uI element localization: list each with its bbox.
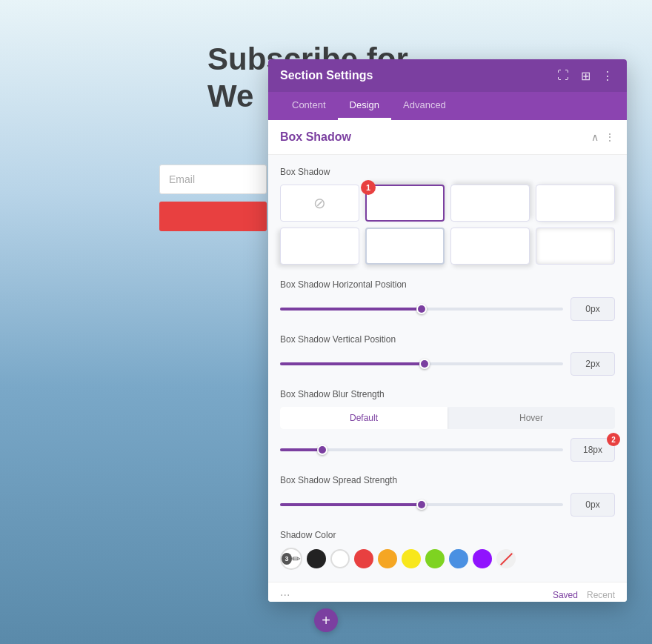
email-input[interactable]: Email xyxy=(159,165,267,194)
blur-strength-slider-container: 18px 2 xyxy=(280,438,615,462)
swatch-red[interactable] xyxy=(354,549,373,568)
horizontal-position-value: 0px xyxy=(570,297,615,321)
vertical-position-slider-container: 2px xyxy=(280,352,615,376)
spread-strength-value: 0px xyxy=(570,493,615,517)
spread-strength-fill xyxy=(280,503,422,506)
spread-strength-thumb[interactable] xyxy=(416,499,427,510)
columns-icon[interactable]: ⊞ xyxy=(578,68,593,83)
tab-hover[interactable]: Hover xyxy=(448,407,615,429)
shadow-preset-none[interactable]: ⊘ xyxy=(280,185,359,222)
tab-design[interactable]: Design xyxy=(338,92,391,120)
spread-strength-label: Box Shadow Spread Strength xyxy=(280,475,615,485)
subscribe-button[interactable] xyxy=(159,202,267,231)
horizontal-position-track[interactable] xyxy=(280,308,563,311)
more-colors-icon[interactable]: ··· xyxy=(280,588,290,602)
box-shadow-title: Box Shadow xyxy=(280,130,351,144)
spread-strength-track[interactable] xyxy=(280,503,563,506)
shadow-preset-right[interactable] xyxy=(536,185,615,222)
saved-tab[interactable]: Saved xyxy=(553,590,578,600)
blur-strength-row: Box Shadow Blur Strength Default Hover xyxy=(280,389,615,462)
panel-header-icons: ⛶ ⊞ ⋮ xyxy=(556,68,615,83)
swatch-green[interactable] xyxy=(425,549,445,568)
shadow-preset-top[interactable]: 1 xyxy=(365,185,445,222)
color-badge-3: 3 xyxy=(282,553,292,565)
eyedropper-icon: ✏ xyxy=(292,553,301,565)
more-options-icon[interactable]: ⋮ xyxy=(600,68,615,83)
section-more-icon[interactable]: ⋮ xyxy=(605,131,615,143)
vertical-position-fill xyxy=(280,362,425,365)
box-shadow-label: Box Shadow xyxy=(280,167,615,177)
shadow-preset-bottom-left[interactable] xyxy=(280,228,359,265)
preset-badge-1: 1 xyxy=(361,180,376,195)
default-hover-tabs: Default Hover xyxy=(280,407,615,429)
tab-advanced[interactable]: Advanced xyxy=(391,92,458,120)
tab-default[interactable]: Default xyxy=(280,407,448,429)
shadow-preset-inset[interactable] xyxy=(536,228,615,265)
swatch-purple[interactable] xyxy=(473,549,492,568)
section-settings-panel: Section Settings ⛶ ⊞ ⋮ Content Design Ad… xyxy=(268,59,627,602)
color-swatches-row: 3 ✏ xyxy=(280,548,615,570)
panel-tabs: Content Design Advanced xyxy=(268,92,627,120)
swatch-blue[interactable] xyxy=(449,549,468,568)
vertical-position-row: Box Shadow Vertical Position 2px xyxy=(280,334,615,376)
swatch-white[interactable] xyxy=(330,549,350,568)
shadow-preset-bottom-right[interactable] xyxy=(450,228,530,265)
swatch-none[interactable] xyxy=(496,549,516,568)
collapse-icon[interactable]: ∧ xyxy=(591,131,599,143)
color-picker-button[interactable]: 3 ✏ xyxy=(280,548,302,570)
recent-tab[interactable]: Recent xyxy=(587,590,615,600)
shadow-color-label: Shadow Color xyxy=(280,530,615,540)
box-shadow-section-header: Box Shadow ∧ ⋮ xyxy=(268,120,627,155)
swatch-orange[interactable] xyxy=(378,549,397,568)
blur-strength-fill xyxy=(280,448,322,451)
blur-value-badge: 2 xyxy=(607,433,620,446)
vertical-position-value: 2px xyxy=(570,352,615,376)
tab-content[interactable]: Content xyxy=(280,92,338,120)
color-bottom-bar: ··· Saved Recent xyxy=(268,582,627,602)
shadow-preset-bottom[interactable] xyxy=(365,228,445,265)
blur-strength-value: 18px 2 xyxy=(570,438,615,462)
shadow-preset-top-right[interactable] xyxy=(450,185,530,222)
blur-strength-track[interactable] xyxy=(280,448,563,451)
horizontal-position-thumb[interactable] xyxy=(416,304,427,314)
spread-strength-slider-container: 0px xyxy=(280,493,615,517)
shadow-presets-grid: ⊘ 1 xyxy=(280,185,615,265)
panel-body: Box Shadow ∧ ⋮ Box Shadow ⊘ 1 xyxy=(268,120,627,602)
blur-strength-thumb[interactable] xyxy=(317,445,327,455)
horizontal-position-label: Box Shadow Horizontal Position xyxy=(280,279,615,290)
swatch-black[interactable] xyxy=(307,549,326,568)
saved-recent-tabs: Saved Recent xyxy=(553,590,615,600)
horizontal-position-slider-container: 0px xyxy=(280,297,615,321)
panel-title: Section Settings xyxy=(280,69,373,82)
blur-strength-label: Box Shadow Blur Strength xyxy=(280,389,615,399)
spread-strength-row: Box Shadow Spread Strength 0px xyxy=(280,475,615,517)
vertical-position-label: Box Shadow Vertical Position xyxy=(280,334,615,345)
panel-header: Section Settings ⛶ ⊞ ⋮ xyxy=(268,59,627,92)
swatch-yellow[interactable] xyxy=(402,549,421,568)
fullscreen-icon[interactable]: ⛶ xyxy=(556,68,570,83)
horizontal-position-fill xyxy=(280,308,422,311)
horizontal-position-row: Box Shadow Horizontal Position 0px xyxy=(280,279,615,321)
add-section-button[interactable]: + xyxy=(314,608,338,632)
vertical-position-thumb[interactable] xyxy=(419,359,430,369)
section-actions: ∧ ⋮ xyxy=(591,131,615,143)
content-area: Box Shadow ⊘ 1 Box Shadow Horizontal Pos… xyxy=(268,155,627,582)
vertical-position-track[interactable] xyxy=(280,362,563,365)
